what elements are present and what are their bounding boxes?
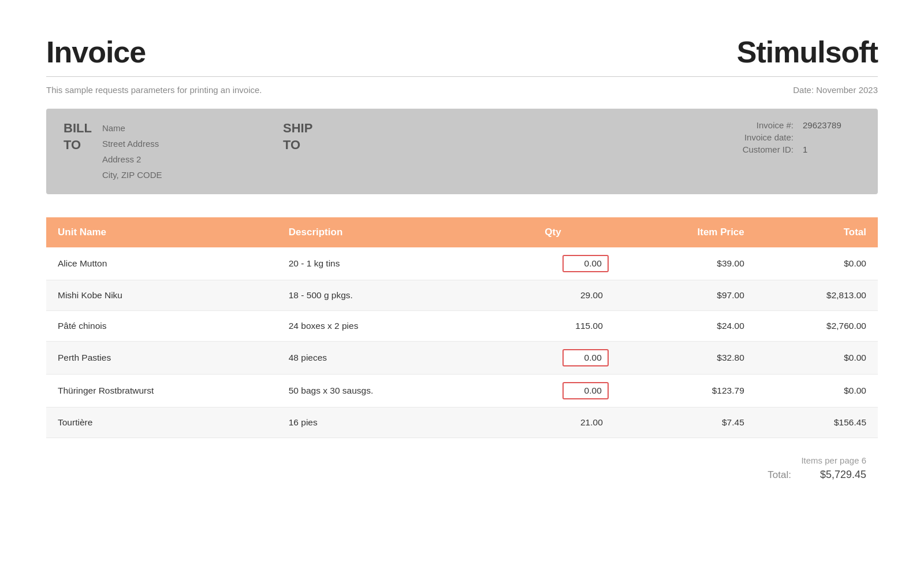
qty-value: 21.00 <box>562 415 609 430</box>
table-row: Alice Mutton20 - 1 kg tins0.00$39.00$0.0… <box>46 247 878 280</box>
total-value: $5,729.45 <box>808 469 866 481</box>
invoice-date-label: Invoice date: <box>724 132 793 142</box>
customer-id-label: Customer ID: <box>724 144 793 154</box>
cell-item-price: $97.00 <box>620 280 756 311</box>
cell-qty: 115.00 <box>486 311 620 342</box>
cell-unit-name: Alice Mutton <box>46 247 277 280</box>
bill-to-label: BILLTO <box>64 120 92 153</box>
table-row: Thüringer Rostbratwurst50 bags x 30 saus… <box>46 375 878 407</box>
bill-to-col: BILLTO Name Street Address Address 2 Cit… <box>64 120 248 183</box>
cell-unit-name: Thüringer Rostbratwurst <box>46 375 277 407</box>
cell-total: $0.00 <box>756 247 878 280</box>
invoice-details: Invoice #: 29623789 Invoice date: Custom… <box>724 120 860 154</box>
bill-city: City, ZIP CODE <box>102 167 162 183</box>
invoice-number-value: 29623789 <box>803 120 860 130</box>
cell-description: 24 boxes x 2 pies <box>277 311 486 342</box>
invoice-number-label: Invoice #: <box>724 120 793 130</box>
invoice-table: Unit Name Description Qty Item Price Tot… <box>46 217 878 438</box>
cell-description: 48 pieces <box>277 342 486 375</box>
table-row: Tourtière16 pies21.00$7.45$156.45 <box>46 407 878 438</box>
total-row: Total: $5,729.45 <box>767 469 866 481</box>
cell-qty: 21.00 <box>486 407 620 438</box>
cell-description: 50 bags x 30 sausgs. <box>277 375 486 407</box>
invoice-date: Date: November 2023 <box>793 85 878 95</box>
items-per-page: Items per page 6 <box>801 455 866 465</box>
cell-unit-name: Mishi Kobe Niku <box>46 280 277 311</box>
cell-item-price: $39.00 <box>620 247 756 280</box>
invoice-date-value <box>803 132 860 142</box>
qty-input-box[interactable]: 0.00 <box>562 349 609 366</box>
cell-description: 18 - 500 g pkgs. <box>277 280 486 311</box>
customer-id-row: Customer ID: 1 <box>724 144 860 154</box>
cell-item-price: $32.80 <box>620 342 756 375</box>
table-row: Perth Pasties48 pieces0.00$32.80$0.00 <box>46 342 878 375</box>
cell-total: $2,760.00 <box>756 311 878 342</box>
cell-qty: 29.00 <box>486 280 620 311</box>
cell-description: 16 pies <box>277 407 486 438</box>
col-item-price: Item Price <box>620 217 756 247</box>
bill-ship-section: BILLTO Name Street Address Address 2 Cit… <box>46 109 878 194</box>
cell-qty[interactable]: 0.00 <box>486 375 620 407</box>
cell-unit-name: Perth Pasties <box>46 342 277 375</box>
cell-item-price: $7.45 <box>620 407 756 438</box>
col-description: Description <box>277 217 486 247</box>
cell-unit-name: Pâté chinois <box>46 311 277 342</box>
invoice-title: Invoice <box>46 35 146 69</box>
table-row: Mishi Kobe Niku18 - 500 g pkgs.29.00$97.… <box>46 280 878 311</box>
qty-value: 29.00 <box>562 288 609 303</box>
total-label: Total: <box>767 469 791 481</box>
subtitle-description: This sample requests parameters for prin… <box>46 85 262 95</box>
cell-unit-name: Tourtière <box>46 407 277 438</box>
col-total: Total <box>756 217 878 247</box>
bill-name: Name <box>102 120 162 136</box>
customer-id-value: 1 <box>803 144 860 154</box>
cell-qty[interactable]: 0.00 <box>486 342 620 375</box>
cell-item-price: $24.00 <box>620 311 756 342</box>
ship-to-label: SHIPTO <box>283 120 312 153</box>
cell-total: $2,813.00 <box>756 280 878 311</box>
cell-qty[interactable]: 0.00 <box>486 247 620 280</box>
cell-item-price: $123.79 <box>620 375 756 407</box>
ship-to-col: SHIPTO <box>283 120 445 153</box>
col-unit-name: Unit Name <box>46 217 277 247</box>
qty-input-box[interactable]: 0.00 <box>562 255 609 272</box>
cell-total: $156.45 <box>756 407 878 438</box>
cell-description: 20 - 1 kg tins <box>277 247 486 280</box>
brand-name: Stimulsoft <box>737 35 878 69</box>
bill-address2: Address 2 <box>102 151 162 167</box>
table-header-row: Unit Name Description Qty Item Price Tot… <box>46 217 878 247</box>
invoice-date-row: Invoice date: <box>724 132 860 142</box>
footer-section: Items per page 6 Total: $5,729.45 <box>46 455 878 481</box>
qty-input-box[interactable]: 0.00 <box>562 382 609 399</box>
bill-address: Name Street Address Address 2 City, ZIP … <box>102 120 162 183</box>
table-row: Pâté chinois24 boxes x 2 pies115.00$24.0… <box>46 311 878 342</box>
cell-total: $0.00 <box>756 342 878 375</box>
qty-value: 115.00 <box>562 318 609 334</box>
bill-street: Street Address <box>102 136 162 151</box>
cell-total: $0.00 <box>756 375 878 407</box>
invoice-number-row: Invoice #: 29623789 <box>724 120 860 130</box>
subtitle-row: This sample requests parameters for prin… <box>46 81 878 109</box>
col-qty: Qty <box>486 217 620 247</box>
invoice-header: Invoice Stimulsoft <box>46 35 878 77</box>
